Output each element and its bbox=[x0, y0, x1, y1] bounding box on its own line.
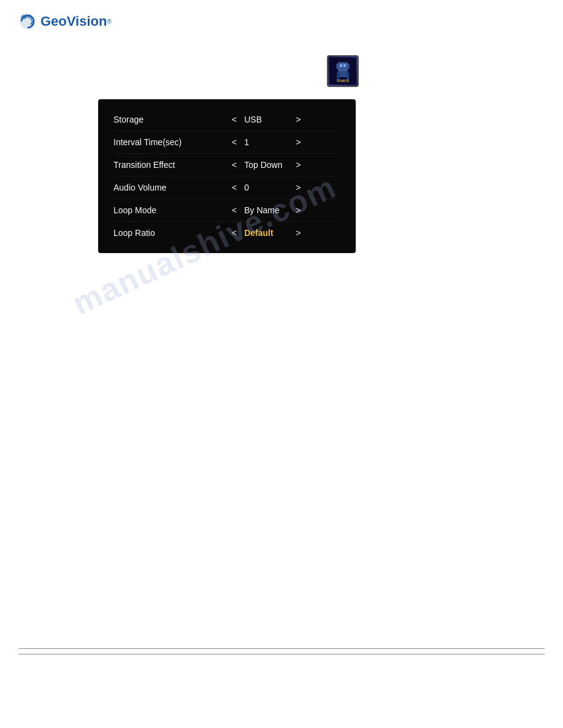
audio-volume-left-arrow[interactable]: < bbox=[227, 183, 242, 192]
interval-time-control: < 1 > bbox=[227, 137, 340, 147]
audio-volume-control: < 0 > bbox=[227, 183, 340, 192]
loop-mode-control: < By Name > bbox=[227, 205, 340, 215]
interval-time-left-arrow[interactable]: < bbox=[227, 137, 242, 147]
transition-effect-row: Transition Effect < Top Down > bbox=[113, 154, 340, 176]
svg-rect-6 bbox=[336, 64, 338, 69]
app-icon-container: STARTS bbox=[18, 55, 545, 87]
svg-rect-8 bbox=[339, 71, 347, 77]
interval-time-value: 1 bbox=[242, 137, 291, 147]
svg-rect-3 bbox=[338, 63, 348, 71]
interval-time-label: Interval Time(sec) bbox=[113, 137, 227, 147]
transition-effect-label: Transition Effect bbox=[113, 160, 227, 170]
logo: GeoVision® bbox=[18, 12, 112, 31]
storage-label: Storage bbox=[113, 115, 227, 124]
storage-control: < USB > bbox=[227, 115, 340, 124]
transition-effect-left-arrow[interactable]: < bbox=[227, 160, 242, 170]
footer-line-2 bbox=[18, 654, 545, 654]
transition-effect-right-arrow[interactable]: > bbox=[291, 160, 305, 170]
logo-vision-text: Vision bbox=[67, 13, 107, 29]
audio-volume-value: 0 bbox=[242, 183, 291, 192]
app-icon: STARTS bbox=[327, 55, 359, 87]
audio-volume-right-arrow[interactable]: > bbox=[291, 183, 305, 192]
footer bbox=[18, 648, 545, 654]
loop-ratio-right-arrow[interactable]: > bbox=[291, 228, 305, 238]
logo-reg-text: ® bbox=[107, 18, 111, 25]
svg-rect-4 bbox=[340, 64, 342, 67]
svg-rect-7 bbox=[348, 64, 350, 69]
geovision-logo-icon bbox=[18, 12, 37, 31]
loop-mode-left-arrow[interactable]: < bbox=[227, 205, 242, 215]
interval-time-right-arrow[interactable]: > bbox=[291, 137, 305, 147]
storage-row: Storage < USB > bbox=[113, 108, 340, 131]
loop-ratio-left-arrow[interactable]: < bbox=[227, 228, 242, 238]
svg-text:STARTS: STARTS bbox=[337, 79, 349, 83]
storage-right-arrow[interactable]: > bbox=[291, 115, 305, 124]
loop-mode-value: By Name bbox=[242, 205, 291, 215]
storage-value: USB bbox=[242, 115, 291, 124]
svg-rect-5 bbox=[343, 64, 346, 67]
svg-point-1 bbox=[21, 15, 26, 20]
loop-ratio-value: Default bbox=[242, 228, 291, 238]
loop-mode-row: Loop Mode < By Name > bbox=[113, 199, 340, 222]
interval-time-row: Interval Time(sec) < 1 > bbox=[113, 131, 340, 154]
footer-line-1 bbox=[18, 648, 545, 649]
loop-mode-label: Loop Mode bbox=[113, 205, 227, 215]
transition-effect-value: Top Down bbox=[242, 160, 291, 170]
storage-left-arrow[interactable]: < bbox=[227, 115, 242, 124]
loop-ratio-control: < Default > bbox=[227, 228, 340, 238]
loop-ratio-row: Loop Ratio < Default > bbox=[113, 222, 340, 244]
header: GeoVision® bbox=[0, 0, 563, 43]
loop-ratio-label: Loop Ratio bbox=[113, 228, 227, 238]
audio-volume-label: Audio Volume bbox=[113, 183, 227, 192]
content-area: STARTS Storage < USB > Interval Time(sec… bbox=[0, 43, 563, 265]
transition-effect-control: < Top Down > bbox=[227, 160, 340, 170]
app-icon-svg: STARTS bbox=[329, 58, 356, 85]
settings-panel: Storage < USB > Interval Time(sec) < 1 >… bbox=[98, 99, 356, 253]
audio-volume-row: Audio Volume < 0 > bbox=[113, 176, 340, 199]
loop-mode-right-arrow[interactable]: > bbox=[291, 205, 305, 215]
logo-geo-text: Geo bbox=[40, 13, 67, 29]
